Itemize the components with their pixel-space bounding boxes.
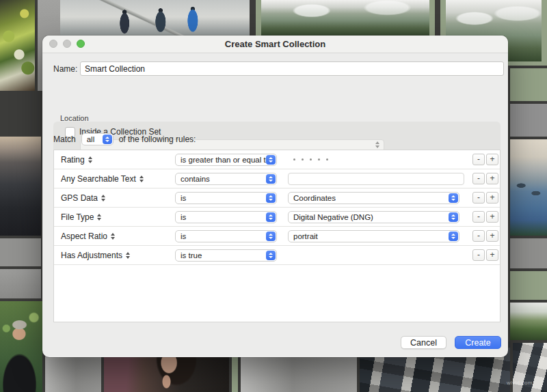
dropdown-stepper-icon	[266, 251, 276, 260]
add-rule-button[interactable]: +	[486, 154, 498, 165]
grid-cell-sage	[510, 271, 547, 300]
rule-value-text: portrait	[293, 232, 318, 240]
rule-value-select[interactable]: portrait	[288, 230, 459, 242]
photo-thumbnail-cityscape	[0, 137, 41, 236]
rule-row: Aspect Ratio is portrait - +	[54, 227, 500, 246]
close-button[interactable]	[49, 40, 57, 48]
rule-row: Any Searchable Text contains - +	[54, 169, 500, 188]
sort-arrows-icon	[139, 176, 144, 182]
add-rule-button[interactable]: +	[486, 173, 498, 184]
cancel-button[interactable]: Cancel	[401, 336, 446, 349]
create-button[interactable]: Create	[455, 336, 501, 349]
rule-operator-value: is	[181, 232, 186, 240]
photo-thumbnail-man-portrait	[0, 301, 42, 392]
dialog-title: Create Smart Collection	[225, 39, 325, 49]
sort-arrows-icon	[88, 156, 92, 163]
rule-field-label: GPS Data	[61, 193, 98, 203]
mountain-photo	[261, 0, 429, 36]
rule-operator-select[interactable]: is greater than or equal to	[175, 154, 277, 166]
rule-field-select[interactable]: Aspect Ratio	[61, 227, 115, 245]
dropdown-stepper-icon	[266, 174, 276, 184]
rating-dot[interactable]	[310, 158, 312, 160]
rule-value-select[interactable]: Coordinates	[288, 192, 459, 204]
rule-field-label: Any Searchable Text	[61, 174, 136, 184]
rating-dot[interactable]	[302, 158, 304, 160]
rule-operator-value: contains	[181, 175, 210, 183]
name-input[interactable]	[80, 61, 504, 76]
create-smart-collection-dialog: Create Smart Collection Name: Location I…	[42, 36, 508, 357]
dropdown-stepper-icon	[449, 212, 458, 222]
rule-operator-select[interactable]: contains	[175, 173, 277, 185]
rule-field-select[interactable]: File Type	[61, 208, 101, 226]
rule-operator-select[interactable]: is true	[175, 249, 277, 262]
rule-operator-value: is greater than or equal to	[181, 156, 270, 164]
grid-cell-gray	[510, 238, 547, 268]
rating-dot[interactable]	[326, 158, 328, 160]
rating-dot[interactable]	[293, 158, 295, 160]
rule-field-select[interactable]: GPS Data	[61, 188, 105, 207]
rule-field-select[interactable]: Any Searchable Text	[61, 169, 144, 188]
add-rule-button[interactable]: +	[486, 192, 498, 204]
rule-operator-value: is true	[181, 251, 202, 260]
dropdown-stepper-icon	[266, 155, 276, 165]
match-row: Match all of the following rules:	[53, 133, 196, 145]
rule-operator-select[interactable]: is	[175, 230, 277, 242]
photo-thumbnail-landscape	[510, 303, 547, 340]
rule-row: File Type is Digital Negative (DNG) - +	[54, 208, 500, 227]
add-rule-button[interactable]: +	[486, 249, 498, 261]
sort-arrows-icon	[97, 214, 101, 221]
add-rule-button[interactable]: +	[486, 230, 498, 242]
rule-value-text: Coordinates	[293, 194, 336, 202]
remove-rule-button[interactable]: -	[472, 173, 485, 184]
zoom-button[interactable]	[77, 40, 85, 48]
name-label: Name:	[53, 64, 77, 74]
rule-value-input[interactable]	[288, 173, 464, 185]
photo-thumbnail-market	[0, 0, 35, 91]
rule-operator-select[interactable]: is	[175, 211, 277, 223]
match-suffix-label: of the following rules:	[119, 135, 196, 144]
rating-dot[interactable]	[318, 158, 320, 160]
rules-panel: Rating is greater than or equal to - + A…	[53, 150, 501, 322]
grid-cell-gray	[0, 238, 41, 266]
remove-rule-button[interactable]: -	[472, 192, 485, 204]
name-row: Name:	[42, 61, 508, 75]
minimize-button[interactable]	[63, 40, 71, 48]
rule-field-label: Rating	[61, 155, 85, 165]
chevron-up-down-icon	[375, 141, 379, 148]
rule-field-label: File Type	[61, 212, 94, 222]
dropdown-stepper-icon	[266, 232, 276, 241]
rule-field-select[interactable]: Rating	[61, 150, 92, 169]
rule-row: GPS Data is Coordinates - +	[54, 188, 500, 208]
rule-value-text: Digital Negative (DNG)	[293, 213, 373, 221]
rule-operator-value: is	[181, 194, 186, 202]
add-rule-button[interactable]: +	[486, 211, 498, 223]
remove-rule-button[interactable]: -	[472, 211, 485, 223]
rating-stars[interactable]	[293, 150, 328, 169]
rule-field-label: Has Adjustments	[61, 251, 122, 260]
rule-operator-select[interactable]: is	[175, 192, 277, 204]
remove-rule-button[interactable]: -	[472, 154, 485, 165]
grid-cell-gray	[510, 104, 547, 137]
sort-arrows-icon	[101, 195, 105, 201]
dropdown-stepper-icon	[449, 193, 458, 203]
rule-value-select[interactable]: Digital Negative (DNG)	[288, 211, 459, 223]
dropdown-stepper-icon	[449, 232, 458, 241]
sort-arrows-icon	[111, 233, 115, 240]
dropdown-stepper-icon	[266, 193, 276, 203]
rule-field-label: Aspect Ratio	[61, 232, 107, 241]
rule-row: Rating is greater than or equal to - +	[54, 150, 500, 169]
grid-cell-sage	[510, 68, 547, 101]
rule-operator-value: is	[181, 213, 186, 221]
match-mode-value: all	[87, 135, 95, 143]
photo-thumbnail-river-bridges	[510, 139, 547, 236]
photo-thumbnail-people-bridge	[60, 0, 250, 38]
grid-cell-gray	[0, 269, 41, 298]
remove-rule-button[interactable]: -	[472, 249, 485, 261]
dropdown-stepper-icon	[103, 135, 112, 144]
match-mode-select[interactable]: all	[81, 133, 114, 145]
remove-rule-button[interactable]: -	[472, 230, 485, 242]
photo-thumbnail-mountains-1	[256, 0, 435, 40]
dropdown-stepper-icon	[266, 212, 276, 222]
traffic-lights	[49, 40, 85, 48]
rule-field-select[interactable]: Has Adjustments	[61, 246, 130, 264]
